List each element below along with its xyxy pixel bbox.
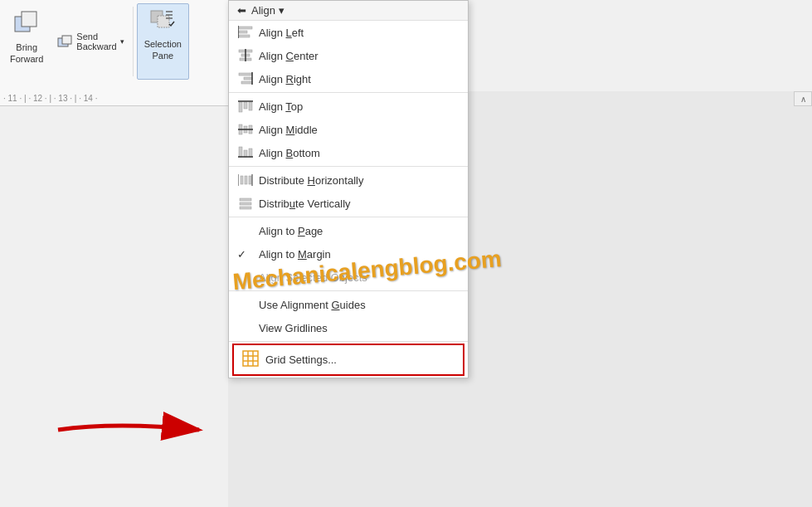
ribbon: Bring Forward SendBackward ▾ bbox=[0, 0, 231, 106]
svg-rect-28 bbox=[249, 149, 252, 157]
distribute-v-icon bbox=[237, 195, 254, 212]
svg-rect-37 bbox=[240, 207, 251, 209]
svg-rect-30 bbox=[241, 176, 243, 184]
ribbon-inner: Bring Forward SendBackward ▾ bbox=[0, 0, 230, 83]
align-center-item[interactable]: Align Center bbox=[229, 44, 468, 67]
svg-rect-15 bbox=[244, 77, 252, 80]
svg-rect-36 bbox=[240, 202, 251, 205]
bring-forward-label: Bring Forward bbox=[10, 41, 43, 66]
svg-rect-38 bbox=[243, 351, 258, 366]
bring-forward-button[interactable]: Bring Forward bbox=[3, 3, 50, 80]
align-header-arrow-icon: ⬅ bbox=[237, 4, 246, 17]
use-alignment-guides-item[interactable]: Use Alignment Guides bbox=[229, 293, 468, 316]
selection-pane-icon bbox=[149, 9, 176, 38]
svg-rect-35 bbox=[240, 198, 251, 201]
send-backward-group: SendBackward ▾ bbox=[51, 3, 129, 80]
svg-rect-5 bbox=[158, 16, 169, 27]
svg-rect-8 bbox=[239, 35, 250, 37]
align-left-item[interactable]: Align Left bbox=[229, 21, 468, 44]
svg-rect-27 bbox=[244, 150, 247, 157]
align-left-label: Align Left bbox=[259, 27, 304, 39]
chevron-up-icon: ∧ bbox=[800, 95, 806, 104]
svg-rect-32 bbox=[249, 176, 251, 184]
align-top-label: Align Top bbox=[259, 100, 303, 113]
align-bottom-icon bbox=[237, 144, 254, 161]
ruler: · 11 · | · 12 · | · 13 · | · 14 · bbox=[0, 91, 228, 106]
send-backward-dropdown[interactable]: ▾ bbox=[120, 37, 124, 46]
grid-settings-label: Grid Settings... bbox=[265, 353, 337, 366]
selection-pane-label: Selection Pane bbox=[144, 38, 182, 62]
send-backward-button[interactable]: SendBackward ▾ bbox=[51, 29, 129, 54]
dropdown-header: ⬅ Align ▾ bbox=[229, 1, 468, 21]
svg-rect-31 bbox=[245, 176, 247, 184]
align-center-label: Align Center bbox=[259, 50, 318, 62]
align-top-item[interactable]: Align Top bbox=[229, 95, 468, 118]
align-right-item[interactable]: Align Right bbox=[229, 67, 468, 90]
align-left-icon bbox=[237, 24, 254, 41]
grid-settings-item[interactable]: Grid Settings... bbox=[232, 344, 464, 376]
distribute-vertical-item[interactable]: Distribute Vertically bbox=[229, 192, 468, 215]
align-right-label: Align Right bbox=[259, 73, 311, 85]
svg-rect-1 bbox=[22, 12, 36, 27]
align-bottom-item[interactable]: Align Bottom bbox=[229, 141, 468, 164]
arrow-annotation bbox=[50, 405, 232, 457]
ribbon-divider bbox=[133, 7, 134, 76]
dropdown-header-label: Align ▾ bbox=[251, 4, 284, 17]
collapse-ribbon-button[interactable]: ∧ bbox=[794, 91, 812, 106]
svg-rect-18 bbox=[239, 102, 242, 112]
align-to-page-item[interactable]: Align to Page bbox=[229, 219, 468, 242]
view-gridlines-item[interactable]: View Gridlines bbox=[229, 316, 468, 339]
align-objects-label: Align Selected Objects bbox=[259, 271, 367, 284]
svg-rect-26 bbox=[239, 147, 242, 157]
bring-forward-icon bbox=[12, 8, 41, 38]
align-margin-label: Align to Margin bbox=[259, 248, 331, 261]
align-center-icon bbox=[237, 47, 254, 64]
distribute-horizontal-item[interactable]: Distribute Horizontally bbox=[229, 168, 468, 192]
distribute-h-label: Distribute Horizontally bbox=[259, 174, 363, 187]
svg-rect-19 bbox=[244, 102, 247, 109]
send-backward-label: SendBackward bbox=[76, 32, 116, 51]
align-selected-objects-item[interactable]: Align Selected Objects bbox=[229, 266, 468, 289]
align-bottom-label: Align Bottom bbox=[259, 147, 320, 159]
distribute-h-icon bbox=[237, 172, 254, 188]
align-dropdown-menu: ⬅ Align ▾ Align Left Align Center bbox=[228, 0, 469, 378]
svg-rect-6 bbox=[239, 27, 252, 29]
align-middle-icon bbox=[237, 121, 254, 138]
align-page-label: Align to Page bbox=[259, 225, 323, 237]
svg-rect-14 bbox=[239, 73, 252, 76]
svg-rect-20 bbox=[249, 102, 252, 110]
use-guides-label: Use Alignment Guides bbox=[259, 299, 366, 311]
selection-pane-button[interactable]: Selection Pane bbox=[137, 3, 189, 80]
align-right-icon bbox=[237, 71, 254, 87]
align-middle-item[interactable]: Align Middle bbox=[229, 118, 468, 141]
view-gridlines-label: View Gridlines bbox=[259, 322, 328, 334]
grid-settings-icon bbox=[242, 350, 259, 369]
sep2 bbox=[229, 166, 468, 167]
distribute-v-label: Distribute Vertically bbox=[259, 197, 351, 210]
sep3 bbox=[229, 217, 468, 217]
sep5 bbox=[229, 341, 468, 342]
align-to-margin-item[interactable]: Align to Margin bbox=[229, 242, 468, 266]
svg-rect-7 bbox=[239, 31, 247, 33]
svg-rect-3 bbox=[62, 36, 71, 44]
sep1 bbox=[229, 92, 468, 93]
svg-rect-16 bbox=[241, 81, 252, 84]
align-middle-label: Align Middle bbox=[259, 124, 318, 136]
sep4 bbox=[229, 290, 468, 291]
align-top-icon bbox=[237, 98, 254, 115]
